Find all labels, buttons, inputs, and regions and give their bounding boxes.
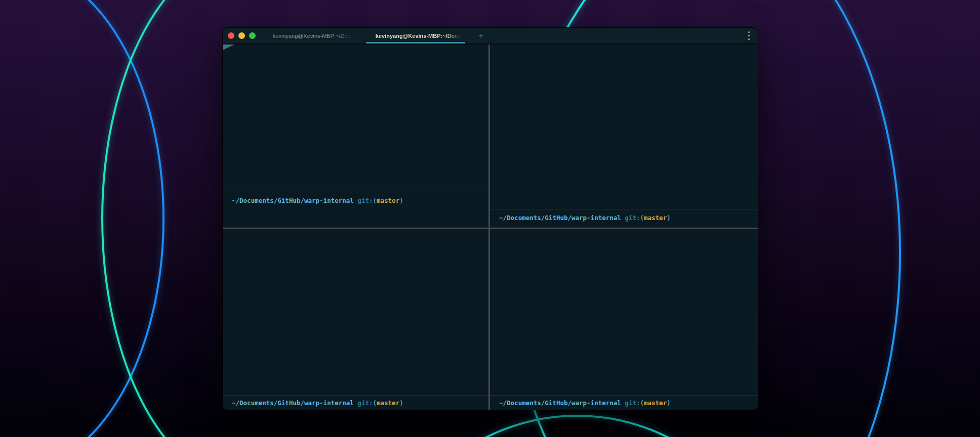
- zoom-button[interactable]: [249, 32, 256, 39]
- tab-1[interactable]: kevinyang@Kevins-MBP:~/Docu: [262, 28, 364, 43]
- paren-close: ): [667, 214, 671, 222]
- block-separator: [490, 395, 758, 396]
- git-prefix: git:: [357, 399, 373, 407]
- git-branch: master: [644, 399, 667, 407]
- kebab-dot-icon: [748, 38, 750, 40]
- git-branch: master: [377, 399, 399, 407]
- block-separator: [223, 395, 488, 396]
- pane-grid: ~/Documents/GitHub/warp-internal git:(ma…: [223, 45, 758, 410]
- pane-bottom-left[interactable]: ~/Documents/GitHub/warp-internal git:(ma…: [223, 229, 488, 410]
- blue-arc-left: [0, 0, 165, 437]
- git-prefix: git:: [357, 197, 373, 204]
- kebab-dot-icon: [748, 31, 750, 33]
- paren-close: ): [667, 399, 671, 407]
- git-prefix: git:: [625, 399, 640, 407]
- shell-prompt: ~/Documents/GitHub/warp-internal git:(ma…: [499, 214, 754, 222]
- cwd-path: ~/Documents/GitHub/warp-internal: [232, 399, 354, 407]
- block-separator: [490, 209, 758, 209]
- paren-open: (: [640, 214, 644, 222]
- cwd-path: ~/Documents/GitHub/warp-internal: [499, 214, 621, 222]
- minimize-button[interactable]: [238, 32, 245, 39]
- pane-top-right[interactable]: ~/Documents/GitHub/warp-internal git:(ma…: [490, 45, 758, 228]
- paren-close: ): [399, 197, 403, 204]
- tab-2-label: kevinyang@Kevins-MBP:~/Docu: [376, 33, 461, 39]
- focused-pane-corner-icon: [223, 45, 234, 50]
- new-tab-button[interactable]: +: [472, 28, 489, 43]
- git-prefix: git:: [625, 214, 640, 222]
- shell-prompt: ~/Documents/GitHub/warp-internal git:(ma…: [499, 399, 754, 407]
- paren-open: (: [373, 399, 377, 407]
- pane-bottom-right[interactable]: ~/Documents/GitHub/warp-internal git:(ma…: [490, 229, 758, 410]
- shell-prompt: ~/Documents/GitHub/warp-internal git:(ma…: [232, 399, 484, 407]
- title-tab-bar: kevinyang@Kevins-MBP:~/Docu kevinyang@Ke…: [223, 28, 758, 45]
- close-button[interactable]: [228, 32, 234, 39]
- tab-1-label: kevinyang@Kevins-MBP:~/Docu: [273, 33, 353, 39]
- plus-icon: +: [478, 31, 483, 41]
- git-branch: master: [644, 214, 667, 222]
- cyan-arc-bottom: [375, 415, 780, 437]
- git-branch: master: [377, 197, 399, 204]
- paren-open: (: [640, 399, 644, 407]
- kebab-dot-icon: [748, 35, 750, 36]
- block-separator: [223, 189, 488, 189]
- cwd-path: ~/Documents/GitHub/warp-internal: [499, 399, 621, 407]
- cwd-path: ~/Documents/GitHub/warp-internal: [232, 197, 354, 204]
- shell-prompt: ~/Documents/GitHub/warp-internal git:(ma…: [232, 197, 484, 204]
- paren-close: ): [399, 399, 403, 407]
- paren-open: (: [373, 197, 377, 204]
- terminal-window: kevinyang@Kevins-MBP:~/Docu kevinyang@Ke…: [223, 28, 758, 410]
- menu-kebab-button[interactable]: [746, 28, 752, 43]
- traffic-lights: [223, 28, 262, 43]
- tab-2-active[interactable]: kevinyang@Kevins-MBP:~/Docu: [364, 28, 472, 43]
- pane-top-left[interactable]: ~/Documents/GitHub/warp-internal git:(ma…: [223, 45, 488, 228]
